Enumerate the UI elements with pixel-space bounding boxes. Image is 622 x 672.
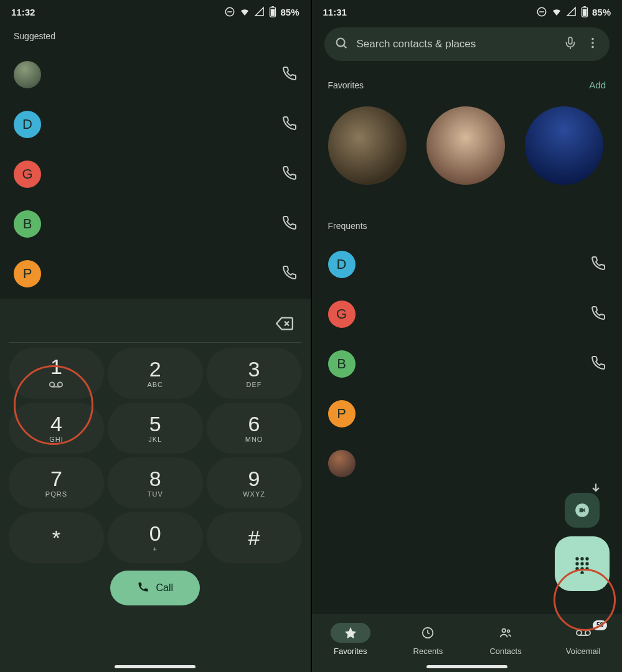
suggested-contact[interactable] (0, 50, 311, 100)
home-indicator[interactable] (115, 665, 196, 668)
suggested-contact[interactable]: P (0, 249, 311, 299)
svg-point-28 (575, 567, 578, 570)
phone-icon[interactable] (591, 306, 606, 323)
video-call-fab[interactable] (565, 493, 600, 528)
backspace-icon[interactable] (276, 315, 293, 335)
frequents-header: Frequents (312, 210, 623, 240)
svg-rect-14 (583, 9, 587, 16)
dialpad-fab[interactable] (555, 536, 610, 591)
phone-icon[interactable] (282, 66, 297, 83)
signal-icon (254, 6, 265, 17)
search-icon (334, 36, 348, 52)
phone-icon[interactable] (282, 215, 297, 233)
mic-icon[interactable] (563, 36, 577, 52)
frequent-contact[interactable] (312, 439, 623, 488)
arrow-down-icon (590, 482, 602, 497)
dnd-icon (536, 6, 547, 17)
contact-avatar: D (14, 111, 41, 138)
nav-contacts[interactable]: Contacts (467, 623, 545, 656)
battery-icon (269, 6, 276, 17)
favorite-contact[interactable] (426, 106, 505, 185)
favorite-contact[interactable] (525, 106, 603, 185)
svg-point-31 (580, 571, 583, 574)
dialpad-key-1[interactable]: 1 (9, 348, 104, 399)
dialpad-key-4[interactable]: 4 GHI (9, 403, 104, 454)
nav-favorites[interactable]: Favorites (312, 623, 390, 656)
nav-voicemail[interactable]: 58 Voicemail (544, 623, 622, 656)
more-icon[interactable] (586, 36, 600, 52)
bottom-nav: Favorites Recents Contacts 58 Voicemail (312, 614, 623, 672)
svg-rect-3 (272, 6, 275, 7)
svg-point-30 (585, 567, 588, 570)
favorites-row (312, 99, 623, 210)
dialpad-key-5[interactable]: 5 JKL (108, 403, 203, 454)
svg-point-24 (585, 557, 588, 560)
dialpad-key-2[interactable]: 2 ABC (108, 348, 203, 399)
dialpad-key-hash[interactable]: # (207, 512, 302, 563)
status-icons: 85% (536, 6, 611, 17)
status-bar: 11:31 85% (312, 0, 623, 20)
svg-point-21 (591, 46, 594, 49)
frequent-contact[interactable]: B (312, 339, 623, 389)
wifi-icon (239, 6, 250, 17)
svg-point-25 (575, 562, 578, 565)
search-bar[interactable]: Search contacts & places (324, 27, 610, 61)
call-button[interactable]: Call (110, 571, 200, 605)
svg-point-19 (591, 38, 594, 40)
svg-point-22 (575, 557, 578, 560)
dialpad: 1 2 ABC 3 DEF 4 GHI 5 JKL 6 MNO (0, 299, 311, 672)
add-favorite-button[interactable]: Add (589, 80, 606, 90)
svg-point-8 (58, 382, 62, 386)
favorite-contact[interactable] (328, 106, 407, 185)
floating-buttons (555, 493, 610, 591)
favorites-header: Favorites Add (312, 68, 623, 99)
dialpad-key-star[interactable]: * (9, 512, 104, 563)
contact-avatar: D (328, 251, 356, 278)
svg-point-27 (585, 562, 588, 565)
svg-point-26 (580, 562, 583, 565)
svg-point-36 (585, 630, 590, 635)
contact-avatar: B (14, 210, 41, 238)
battery-percent: 85% (280, 7, 299, 17)
suggested-header: Suggested (0, 20, 311, 50)
frequent-contact[interactable]: D (312, 240, 623, 289)
dialpad-key-9[interactable]: 9 WXYZ (207, 457, 302, 508)
svg-point-29 (580, 567, 583, 570)
frequents-list: D G B P (312, 240, 623, 488)
dialpad-key-3[interactable]: 3 DEF (207, 348, 302, 399)
phone-icon[interactable] (282, 166, 297, 183)
dialpad-key-0[interactable]: 0 + (108, 512, 203, 563)
dialpad-key-8[interactable]: 8 TUV (108, 457, 203, 508)
contact-avatar: G (328, 301, 356, 328)
svg-point-23 (580, 557, 583, 560)
svg-rect-4 (271, 9, 275, 16)
svg-point-34 (507, 630, 510, 632)
voicemail-badge: 58 (593, 620, 607, 630)
svg-line-16 (343, 45, 346, 48)
search-placeholder: Search contacts & places (357, 38, 555, 50)
phone-icon[interactable] (282, 116, 297, 133)
svg-rect-13 (583, 6, 586, 7)
phone-icon[interactable] (591, 256, 606, 273)
frequent-contact[interactable]: P (312, 389, 623, 439)
suggested-contact[interactable]: B (0, 199, 311, 249)
status-time: 11:31 (323, 7, 347, 17)
signal-icon (566, 6, 577, 17)
dialpad-key-6[interactable]: 6 MNO (207, 403, 302, 454)
dialpad-grid: 1 2 ABC 3 DEF 4 GHI 5 JKL 6 MNO (0, 343, 311, 563)
home-indicator[interactable] (426, 665, 507, 668)
frequent-contact[interactable]: G (312, 289, 623, 339)
wifi-icon (551, 6, 562, 17)
suggested-contact[interactable]: G (0, 149, 311, 199)
svg-point-35 (577, 630, 582, 635)
svg-point-33 (502, 629, 506, 633)
nav-recents[interactable]: Recents (389, 623, 467, 656)
suggested-contact[interactable]: D (0, 100, 311, 149)
call-label: Call (156, 582, 173, 594)
phone-icon[interactable] (282, 265, 297, 282)
dialpad-key-7[interactable]: 7 PQRS (9, 457, 104, 508)
battery-percent: 85% (592, 7, 611, 17)
contact-avatar: G (14, 161, 41, 188)
phone-icon[interactable] (591, 355, 606, 373)
contact-avatar (328, 450, 356, 477)
